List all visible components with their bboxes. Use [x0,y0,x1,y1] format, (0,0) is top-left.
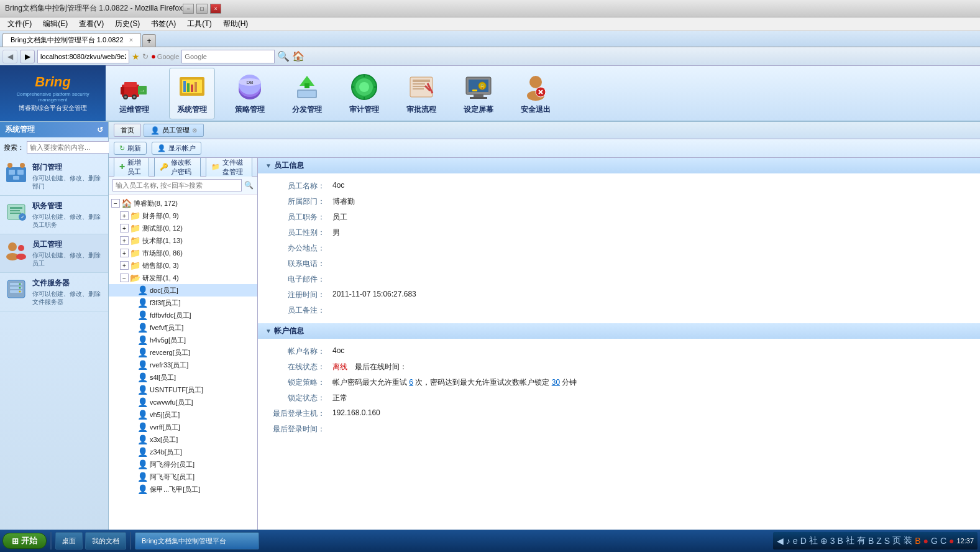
breadcrumb-home[interactable]: 首页 [114,124,141,137]
home-icon[interactable]: 🏠 [292,50,305,62]
tree-search-icon[interactable]: 🔍 [244,181,254,190]
tray-icon-red2[interactable]: ● [949,536,954,546]
tray-icon-13[interactable]: 页 [892,535,901,546]
tray-icon-g[interactable]: G [931,536,938,546]
tray-icon-c[interactable]: C [940,536,946,546]
sidebar-item-employee[interactable]: 员工管理 你可以创建、修改、删除员工 [0,234,108,273]
disk-management-button[interactable]: 📁 文件磁盘管理 [206,158,252,178]
tree-employee-5[interactable]: 👤 revcerg[员工] [109,346,257,359]
tree-search-input[interactable] [112,179,242,191]
tray-arrow[interactable]: ◀ [777,536,784,546]
new-tab-button[interactable]: + [142,34,156,47]
finance-expand[interactable]: + [120,211,129,220]
tray-icon-red1[interactable]: ● [923,536,928,546]
taskbar-item-app[interactable]: Bring文档集中控制管理平台 [135,532,259,550]
tree-employee-1[interactable]: 👤 f3f3f[员工] [109,297,257,309]
tree-dept-finance[interactable]: + 📁 财务部(0, 9) [109,209,257,222]
browser-tab-active[interactable]: Bring文档集中控制管理平台 1.0.0822 × [2,33,141,47]
section-account-info[interactable]: ▼ 帐户信息 [258,323,980,339]
tree-root-expand[interactable]: − [111,199,120,208]
menu-help[interactable]: 帮助(H) [218,17,254,30]
breadcrumb-current[interactable]: 👤 员工管理 ⊗ [144,124,204,137]
menu-tools[interactable]: 工具(T) [182,17,216,30]
modify-password-button[interactable]: 🔑 修改帐户密码 [154,158,201,178]
maximize-button[interactable]: □ [196,4,208,14]
tray-icon-4[interactable]: 社 [809,535,818,546]
tray-icon-7[interactable]: B [838,536,843,546]
sidebar-collapse-icon[interactable]: ↺ [97,126,103,134]
nav-approve[interactable]: 审批流程 [399,68,444,119]
taskbar-item-mydocs[interactable]: 我的文档 [85,532,126,550]
address-bar[interactable] [37,50,129,63]
tech-expand[interactable]: + [120,236,129,245]
show-accounts-button[interactable]: 👤 显示帐户 [152,142,201,155]
bookmark-icon[interactable]: ★ [132,52,140,62]
nav-system[interactable]: 系统管理 [169,68,215,119]
tray-icon-12[interactable]: S [884,536,890,546]
tree-employee-9[interactable]: 👤 vcwvwfu[员工] [109,396,257,408]
test-expand[interactable]: + [120,224,129,232]
tray-icon-1[interactable]: ♪ [786,536,790,546]
nav-settings[interactable]: 🔒 设定屏幕 [456,68,501,119]
section-employee-info[interactable]: ▼ 员工信息 [258,158,980,173]
tree-employee-13[interactable]: 👤 z34b[员工] [109,446,257,458]
tray-icon-8[interactable]: 社 [846,535,854,546]
tree-employee-8[interactable]: 👤 USNTFUTF[员工] [109,384,257,396]
lock-retry-6[interactable]: 6 [409,378,413,387]
sidebar-item-role[interactable]: ✓ 职务管理 你可以创建、修改、删除员工职务 [0,196,108,234]
browser-search-input[interactable] [181,50,275,63]
sidebar-search-input[interactable] [27,141,119,154]
tray-icon-2[interactable]: e [793,536,798,546]
refresh-nav-icon[interactable]: ↻ [142,52,149,61]
taskbar-item-desktop[interactable]: 桌面 [55,532,83,550]
tree-employee-14[interactable]: 👤 阿飞得分[员工] [109,458,257,471]
tray-icon-5[interactable]: ⊕ [820,536,828,546]
menu-edit[interactable]: 编辑(E) [38,17,73,30]
lock-time-30[interactable]: 30 [552,378,560,387]
menu-history[interactable]: 历史(S) [110,17,145,30]
nav-logout[interactable]: 安全退出 [513,68,558,119]
tray-icon-firefox[interactable]: B [915,536,920,546]
tree-employee-10[interactable]: 👤 vh5j[员工] [109,408,257,421]
tree-dept-tech[interactable]: + 📁 技术部(1, 13) [109,234,257,247]
tree-dept-sales[interactable]: + 📁 销售部(0, 3) [109,259,257,272]
tray-icon-11[interactable]: Z [876,536,882,546]
sidebar-item-dept[interactable]: 部门管理 你可以创建、修改、删除部门 [0,157,108,196]
nav-transport[interactable]: → 运维管理 [112,68,157,119]
tray-icon-10[interactable]: B [868,536,874,546]
search-icon[interactable]: 🔍 [277,50,290,62]
nav-distribute[interactable]: 分发管理 [285,68,329,119]
tray-icon-9[interactable]: 有 [857,535,866,546]
tree-employee-4[interactable]: 👤 h4v5g[员工] [109,334,257,346]
nav-policy[interactable]: DB 策略管理 [227,68,272,119]
menu-file[interactable]: 文件(F) [2,17,37,30]
start-button[interactable]: ⊞ 开始 [2,533,47,549]
tree-employee-doc[interactable]: 👤 doc[员工] ✏ ✕ [109,284,257,297]
refresh-button[interactable]: ↻ 刷新 [114,142,147,155]
tree-employee-6[interactable]: 👤 rvefr33[员工] [109,359,257,371]
tree-dept-market[interactable]: + 📁 市场部(0, 86) [109,247,257,259]
menu-view[interactable]: 查看(V) [74,17,109,30]
tray-icon-3[interactable]: D [800,536,807,546]
tree-dept-test[interactable]: + 📁 测试部(0, 12) [109,222,257,234]
forward-button[interactable]: ▶ [20,50,35,63]
tree-employee-3[interactable]: 👤 fvefvf[员工] [109,321,257,334]
close-button[interactable]: × [210,4,221,14]
sidebar-item-fileserver[interactable]: 文件服务器 你可以创建、修改、删除文件服务器 [0,273,108,311]
market-expand[interactable]: + [120,249,129,257]
tree-employee-2[interactable]: 👤 fdfbvfdc[员工] [109,309,257,321]
tree-employee-7[interactable]: 👤 s4l[员工] [109,371,257,384]
tree-employee-11[interactable]: 👤 vvrff[员工] [109,421,257,433]
tray-icon-14[interactable]: 装 [904,535,912,546]
tree-employee-12[interactable]: 👤 x3x[员工] [109,433,257,446]
tree-root[interactable]: − 🏠 博睿勤(8, 172) [109,197,257,209]
rd-expand[interactable]: − [120,274,129,282]
tray-icon-6[interactable]: 3 [830,536,835,546]
tree-employee-15[interactable]: 👤 阿飞哥飞[员工] [109,471,257,483]
sales-expand[interactable]: + [120,261,129,270]
minimize-button[interactable]: − [183,4,194,14]
edit-icon[interactable]: ✏ [181,287,186,295]
back-button[interactable]: ◀ [2,50,17,63]
delete-icon[interactable]: ✕ [188,287,193,295]
tree-employee-16[interactable]: 👤 保甲...飞甲[员工] [109,483,257,495]
